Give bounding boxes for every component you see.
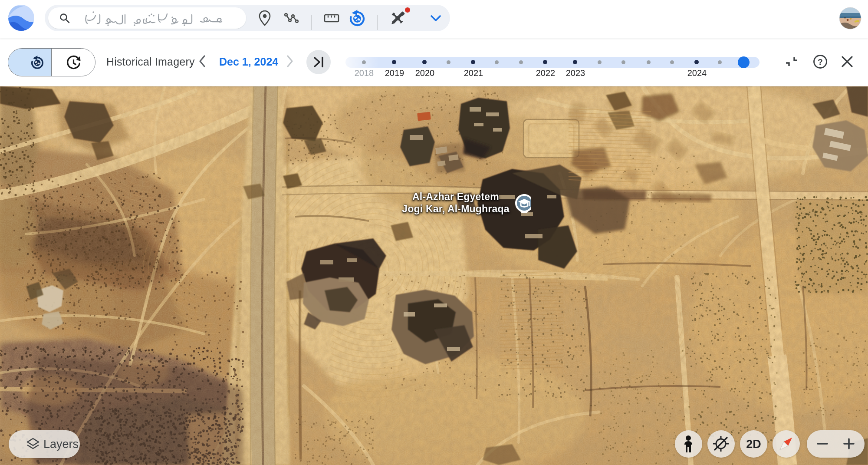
svg-text:?: ? — [818, 57, 823, 66]
